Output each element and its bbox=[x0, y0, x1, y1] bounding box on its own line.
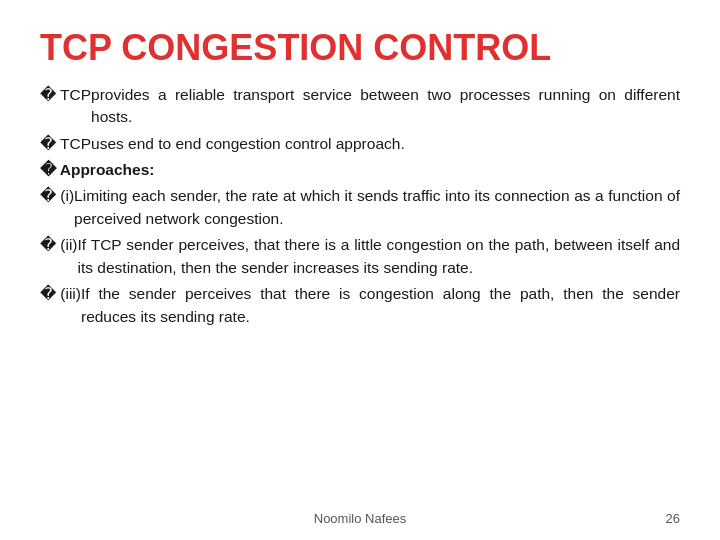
bullet-item-3: � Approaches: bbox=[40, 159, 680, 181]
bullet-item-1: � TCP provides a reliable transport serv… bbox=[40, 84, 680, 129]
bullet-text-2: uses end to end congestion control appro… bbox=[91, 133, 680, 155]
bullet-marker-2: � TCP bbox=[40, 133, 91, 155]
bullet-text-1: provides a reliable transport service be… bbox=[91, 84, 680, 129]
slide: TCP CONGESTION CONTROL � TCP provides a … bbox=[0, 0, 720, 540]
footer-page: 26 bbox=[666, 511, 680, 526]
footer-author: Noomilo Nafees bbox=[40, 511, 680, 526]
footer: Noomilo Nafees 26 bbox=[0, 511, 720, 526]
bullet-item-5: � (ii) If TCP sender perceives, that the… bbox=[40, 234, 680, 279]
bullet-text-6: If the sender perceives that there is co… bbox=[81, 283, 680, 328]
bullet-marker-approaches: � Approaches: bbox=[40, 159, 154, 181]
bullet-text-4: Limiting each sender, the rate at which … bbox=[74, 185, 680, 230]
bullet-text-5: If TCP sender perceives, that there is a… bbox=[78, 234, 680, 279]
bullet-marker-5: � (ii) bbox=[40, 234, 78, 279]
bullet-item-6: � (iii) If the sender perceives that the… bbox=[40, 283, 680, 328]
bullet-item-4: � (i) Limiting each sender, the rate at … bbox=[40, 185, 680, 230]
bullet-marker-6: � (iii) bbox=[40, 283, 81, 328]
bullet-marker-1: � TCP bbox=[40, 84, 91, 129]
slide-title: TCP CONGESTION CONTROL bbox=[40, 28, 680, 68]
bullet-marker-4: � (i) bbox=[40, 185, 74, 230]
content-area: � TCP provides a reliable transport serv… bbox=[40, 84, 680, 329]
bullet-item-2: � TCP uses end to end congestion control… bbox=[40, 133, 680, 155]
